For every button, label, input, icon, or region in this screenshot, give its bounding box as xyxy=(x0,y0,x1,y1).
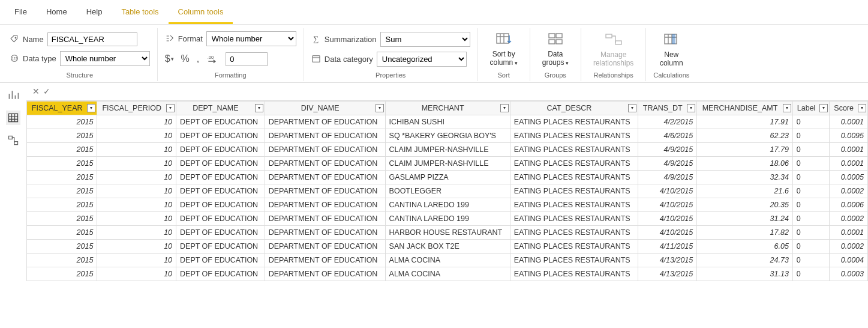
table-cell[interactable]: 4/9/2015 xyxy=(638,156,697,170)
table-row[interactable]: 201510DEPT OF EDUCATIONDEPARTMENT OF EDU… xyxy=(27,225,868,239)
table-cell[interactable]: 62.23 xyxy=(697,129,793,142)
table-cell[interactable]: 2015 xyxy=(27,184,97,198)
table-cell[interactable]: 4/10/2015 xyxy=(638,184,697,198)
table-cell[interactable]: DEPARTMENT OF EDUCATION xyxy=(265,239,385,253)
table-cell[interactable]: 0.0001 xyxy=(830,156,868,170)
table-cell[interactable]: DEPT OF EDUCATION xyxy=(176,253,265,267)
table-cell[interactable]: 31.24 xyxy=(697,211,793,225)
table-cell[interactable]: 4/6/2015 xyxy=(638,129,697,142)
sort-by-column-button[interactable]: Sort by column ▾ xyxy=(485,31,522,68)
table-row[interactable]: 201510DEPT OF EDUCATIONDEPARTMENT OF EDU… xyxy=(27,184,868,198)
column-header[interactable]: DIV_NAME▾ xyxy=(265,101,385,115)
table-cell[interactable]: DEPT OF EDUCATION xyxy=(176,198,265,211)
table-cell[interactable]: 17.82 xyxy=(697,225,793,239)
table-row[interactable]: 201510DEPT OF EDUCATIONDEPARTMENT OF EDU… xyxy=(27,142,868,156)
menu-home[interactable]: Home xyxy=(37,2,77,22)
formula-input[interactable] xyxy=(56,83,868,100)
table-cell[interactable]: 0 xyxy=(792,115,829,129)
table-cell[interactable]: 0 xyxy=(792,184,829,198)
table-cell[interactable]: GASLAMP PIZZA xyxy=(385,170,510,184)
table-cell[interactable]: 2015 xyxy=(27,129,97,142)
column-filter-dropdown[interactable]: ▾ xyxy=(500,104,509,112)
column-header[interactable]: FISCAL_YEAR▾ xyxy=(27,101,97,115)
column-filter-dropdown[interactable]: ▾ xyxy=(628,104,636,112)
table-cell[interactable]: 0 xyxy=(792,170,829,184)
table-cell[interactable]: DEPARTMENT OF EDUCATION xyxy=(265,142,385,156)
table-cell[interactable]: DEPT OF EDUCATION xyxy=(176,225,265,239)
column-header[interactable]: CAT_DESCR▾ xyxy=(510,101,638,115)
column-header[interactable]: Label▾ xyxy=(792,101,829,115)
table-cell[interactable]: DEPARTMENT OF EDUCATION xyxy=(265,225,385,239)
summarization-select[interactable]: Sum xyxy=(380,32,470,47)
table-cell[interactable]: 4/11/2015 xyxy=(638,239,697,253)
table-cell[interactable]: DEPT OF EDUCATION xyxy=(176,211,265,225)
table-cell[interactable]: 0.0003 xyxy=(830,267,868,281)
decimals-input[interactable] xyxy=(226,52,268,66)
table-cell[interactable]: ALMA COCINA xyxy=(385,267,510,281)
table-cell[interactable]: EATING PLACES RESTAURANTS xyxy=(510,170,638,184)
table-cell[interactable]: 10 xyxy=(97,225,176,239)
column-header[interactable]: DEPT_NAME▾ xyxy=(176,101,265,115)
table-cell[interactable]: 4/9/2015 xyxy=(638,142,697,156)
table-cell[interactable]: 2015 xyxy=(27,267,97,281)
table-row[interactable]: 201510DEPT OF EDUCATIONDEPARTMENT OF EDU… xyxy=(27,211,868,225)
manage-relationships-button[interactable]: Manage relationships xyxy=(588,31,638,68)
table-cell[interactable]: EATING PLACES RESTAURANTS xyxy=(510,239,638,253)
table-cell[interactable]: 0 xyxy=(792,267,829,281)
table-cell[interactable]: 4/9/2015 xyxy=(638,170,697,184)
table-cell[interactable]: 10 xyxy=(97,170,176,184)
table-cell[interactable]: DEPT OF EDUCATION xyxy=(176,115,265,129)
table-cell[interactable]: 0.0004 xyxy=(830,253,868,267)
data-view-tab[interactable] xyxy=(6,111,20,125)
table-cell[interactable]: CLAIM JUMPER-NASHVILLE xyxy=(385,142,510,156)
table-cell[interactable]: BOOTLEGGER xyxy=(385,184,510,198)
table-cell[interactable]: EATING PLACES RESTAURANTS xyxy=(510,211,638,225)
table-cell[interactable]: 0 xyxy=(792,239,829,253)
table-row[interactable]: 201510DEPT OF EDUCATIONDEPARTMENT OF EDU… xyxy=(27,115,868,129)
table-cell[interactable]: DEPARTMENT OF EDUCATION xyxy=(265,156,385,170)
table-cell[interactable]: 0 xyxy=(792,156,829,170)
table-cell[interactable]: 0 xyxy=(792,142,829,156)
data-grid[interactable]: FISCAL_YEAR▾FISCAL_PERIOD▾DEPT_NAME▾DIV_… xyxy=(26,101,868,281)
table-cell[interactable]: DEPARTMENT OF EDUCATION xyxy=(265,184,385,198)
table-cell[interactable]: EATING PLACES RESTAURANTS xyxy=(510,184,638,198)
table-row[interactable]: 201510DEPT OF EDUCATIONDEPARTMENT OF EDU… xyxy=(27,253,868,267)
table-cell[interactable]: 0 xyxy=(792,253,829,267)
menu-file[interactable]: File xyxy=(5,2,37,22)
column-header[interactable]: MERCHANDISE_AMT▾ xyxy=(697,101,793,115)
table-cell[interactable]: EATING PLACES RESTAURANTS xyxy=(510,225,638,239)
table-row[interactable]: 201510DEPT OF EDUCATIONDEPARTMENT OF EDU… xyxy=(27,129,868,142)
new-column-button[interactable]: New column xyxy=(655,31,688,68)
table-cell[interactable]: DEPARTMENT OF EDUCATION xyxy=(265,170,385,184)
table-cell[interactable]: 2015 xyxy=(27,239,97,253)
table-cell[interactable]: 10 xyxy=(97,253,176,267)
table-cell[interactable]: 6.05 xyxy=(697,239,793,253)
table-cell[interactable]: DEPT OF EDUCATION xyxy=(176,184,265,198)
column-filter-dropdown[interactable]: ▾ xyxy=(255,104,263,112)
table-cell[interactable]: 21.6 xyxy=(697,184,793,198)
table-cell[interactable]: 24.73 xyxy=(697,253,793,267)
table-cell[interactable]: DEPT OF EDUCATION xyxy=(176,129,265,142)
table-cell[interactable]: 20.35 xyxy=(697,198,793,211)
table-cell[interactable]: 0 xyxy=(792,211,829,225)
category-select[interactable]: Uncategorized xyxy=(377,52,467,67)
column-filter-dropdown[interactable]: ▾ xyxy=(87,104,95,112)
table-cell[interactable]: 10 xyxy=(97,129,176,142)
table-row[interactable]: 201510DEPT OF EDUCATIONDEPARTMENT OF EDU… xyxy=(27,267,868,281)
column-name-input[interactable] xyxy=(47,32,137,46)
table-cell[interactable]: 0 xyxy=(792,129,829,142)
table-cell[interactable]: 2015 xyxy=(27,115,97,129)
column-header[interactable]: FISCAL_PERIOD▾ xyxy=(97,101,176,115)
table-cell[interactable]: CANTINA LAREDO 199 xyxy=(385,198,510,211)
table-cell[interactable]: 0 xyxy=(792,225,829,239)
table-cell[interactable]: EATING PLACES RESTAURANTS xyxy=(510,267,638,281)
table-cell[interactable]: 0.0001 xyxy=(830,115,868,129)
commit-formula-icon[interactable]: ✓ xyxy=(43,87,50,96)
table-cell[interactable]: DEPT OF EDUCATION xyxy=(176,142,265,156)
table-cell[interactable]: 2015 xyxy=(27,170,97,184)
table-row[interactable]: 201510DEPT OF EDUCATIONDEPARTMENT OF EDU… xyxy=(27,239,868,253)
table-cell[interactable]: DEPARTMENT OF EDUCATION xyxy=(265,115,385,129)
table-cell[interactable]: CLAIM JUMPER-NASHVILLE xyxy=(385,156,510,170)
table-cell[interactable]: EATING PLACES RESTAURANTS xyxy=(510,115,638,129)
table-cell[interactable]: 4/13/2015 xyxy=(638,253,697,267)
